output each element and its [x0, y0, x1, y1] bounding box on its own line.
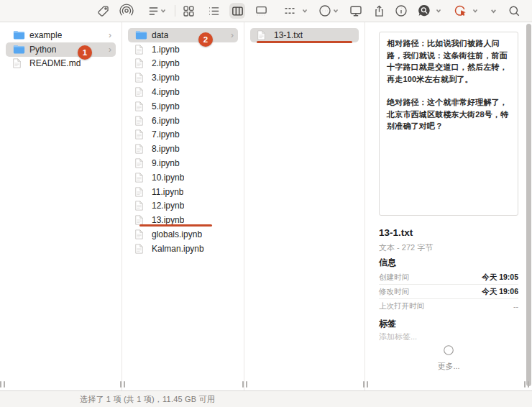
- file-row-globals.ipynb[interactable]: globals.ipynb: [128, 227, 238, 242]
- info-label: 上次打开时间: [379, 301, 424, 311]
- overflow-chevron-icon[interactable]: [489, 6, 497, 15]
- file-row-Kalman.ipynb[interactable]: Kalman.ipynb: [128, 242, 238, 256]
- info-row-modified: 修改时间 今天 19:06: [379, 285, 518, 299]
- share-screen-icon[interactable]: [348, 3, 364, 19]
- file-column-2: data›1.ipynb2.ipynb3.ipynb4.ipynb5.ipynb…: [122, 22, 244, 390]
- document-icon: [257, 30, 270, 40]
- add-tags-field[interactable]: 添加标签...: [379, 331, 417, 342]
- document-icon: [135, 87, 148, 97]
- airdrop-icon[interactable]: [119, 3, 134, 19]
- gallery-view-icon[interactable]: [253, 3, 269, 19]
- column-resize-handle[interactable]: [363, 381, 368, 388]
- folder-icon: [13, 30, 26, 40]
- document-icon: [13, 58, 26, 68]
- status-bar: 选择了 1 项 (共 1 项)，11.45 GB 可用: [0, 390, 532, 407]
- file-name: 9.ipynb: [152, 158, 180, 168]
- document-icon: [135, 144, 148, 154]
- chevron-right-icon: ›: [106, 31, 111, 40]
- show-more-link[interactable]: 更多...: [379, 361, 518, 372]
- info-label: 修改时间: [379, 287, 409, 297]
- file-name: Kalman.ipynb: [152, 244, 204, 254]
- file-name: 4.ipynb: [152, 87, 180, 97]
- file-name: 11.ipynb: [152, 187, 183, 197]
- column-resize-handle[interactable]: [524, 381, 529, 388]
- file-row-7.ipynb[interactable]: 7.ipynb: [128, 128, 238, 142]
- file-row-11.ipynb[interactable]: 11.ipynb: [128, 185, 238, 199]
- quicklook-text: 相对路径：比如说我们被路人问路，我们就说：这条街往前，前面十字路口就是交道口，然…: [379, 32, 518, 216]
- info-row-last-opened: 上次打开时间 --: [379, 299, 518, 313]
- search-app-icon[interactable]: [416, 3, 432, 19]
- document-icon: [135, 229, 148, 239]
- finder-window: example›Python›README.md data›1.ipynb2.i…: [0, 0, 532, 407]
- column-resize-handle[interactable]: [0, 381, 5, 388]
- toolbar-divider: [175, 5, 175, 17]
- preview-pane: 相对路径：比如说我们被路人问路，我们就说：这条街往前，前面十字路口就是交道口，然…: [365, 22, 532, 390]
- file-row-1.ipynb[interactable]: 1.ipynb: [128, 42, 238, 57]
- document-icon: [135, 116, 148, 126]
- file-row-12.ipynb[interactable]: 12.ipynb: [128, 199, 238, 214]
- file-name: 5.ipynb: [152, 101, 180, 111]
- file-name: 12.ipynb: [152, 201, 184, 211]
- file-row-2.ipynb[interactable]: 2.ipynb: [128, 57, 238, 71]
- ellipsis-more-icon[interactable]: [379, 344, 518, 357]
- more-actions-chevron-icon[interactable]: [331, 6, 340, 15]
- search-app-chevron-icon[interactable]: [434, 6, 443, 15]
- chevron-right-icon: ›: [106, 45, 111, 54]
- document-icon: [135, 187, 148, 197]
- vertical-scrollbar[interactable]: [526, 24, 531, 386]
- file-column-1: example›Python›README.md: [0, 22, 122, 390]
- list-view-icon[interactable]: [206, 3, 221, 19]
- file-name: README.md: [29, 58, 81, 68]
- file-row-Python[interactable]: Python›: [6, 42, 116, 57]
- info-value: --: [513, 302, 518, 311]
- info-row-created: 创建时间 今天 19:05: [379, 270, 518, 285]
- grouping-icon[interactable]: [282, 3, 298, 19]
- document-icon: [135, 58, 148, 68]
- file-name: data: [152, 30, 168, 40]
- file-row-example[interactable]: example›: [6, 28, 116, 42]
- annotation-badge-2: 2: [198, 32, 213, 47]
- document-icon: [135, 101, 148, 111]
- status-text: 选择了 1 项 (共 1 项)，11.45 GB 可用: [0, 391, 295, 407]
- document-icon: [135, 244, 148, 254]
- more-actions-icon[interactable]: [317, 3, 333, 19]
- annotation-underline-13-1-txt: [257, 41, 352, 44]
- file-row-5.ipynb[interactable]: 5.ipynb: [128, 99, 238, 114]
- file-row-3.ipynb[interactable]: 3.ipynb: [128, 70, 238, 85]
- icon-view-icon[interactable]: [180, 3, 196, 19]
- column-resize-handle[interactable]: [242, 381, 247, 388]
- preview-file-kind: 文本 - 272 字节: [379, 242, 433, 253]
- document-icon: [135, 73, 148, 83]
- file-name: globals.ipynb: [152, 229, 202, 239]
- file-name: 8.ipynb: [152, 144, 180, 154]
- file-row-8.ipynb[interactable]: 8.ipynb: [128, 142, 238, 156]
- annotate-app-chevron-icon[interactable]: [471, 6, 480, 15]
- tags-icon[interactable]: [95, 3, 111, 19]
- search-icon[interactable]: [506, 3, 522, 19]
- file-row-6.ipynb[interactable]: 6.ipynb: [128, 114, 238, 128]
- grouping-chevron-icon[interactable]: [301, 6, 309, 15]
- file-row-10.ipynb[interactable]: 10.ipynb: [128, 170, 238, 185]
- file-row-9.ipynb[interactable]: 9.ipynb: [128, 156, 238, 170]
- file-name: 6.ipynb: [152, 116, 180, 126]
- file-name: 2.ipynb: [152, 58, 180, 68]
- column-view-icon[interactable]: [229, 3, 245, 19]
- get-info-icon[interactable]: [393, 3, 409, 19]
- file-row-4.ipynb[interactable]: 4.ipynb: [128, 85, 238, 99]
- document-icon: [135, 129, 148, 140]
- file-name: 3.ipynb: [152, 73, 180, 83]
- file-row-README.md[interactable]: README.md: [6, 57, 116, 71]
- annotate-app-icon[interactable]: [452, 3, 468, 19]
- file-row-13-1.txt[interactable]: 13-1.txt: [250, 28, 359, 42]
- folder-icon: [135, 30, 148, 40]
- group-by-chevron-icon[interactable]: [159, 6, 168, 15]
- file-name: example: [29, 30, 62, 40]
- share-icon[interactable]: [371, 3, 387, 19]
- column-view: example›Python›README.md data›1.ipynb2.i…: [0, 22, 532, 390]
- column-resize-handle[interactable]: [120, 381, 125, 388]
- info-value: 今天 19:05: [482, 273, 518, 283]
- file-name: Python: [29, 45, 56, 55]
- file-row-data[interactable]: data›: [128, 28, 238, 42]
- toolbar: [0, 0, 532, 22]
- folder-icon: [13, 45, 26, 55]
